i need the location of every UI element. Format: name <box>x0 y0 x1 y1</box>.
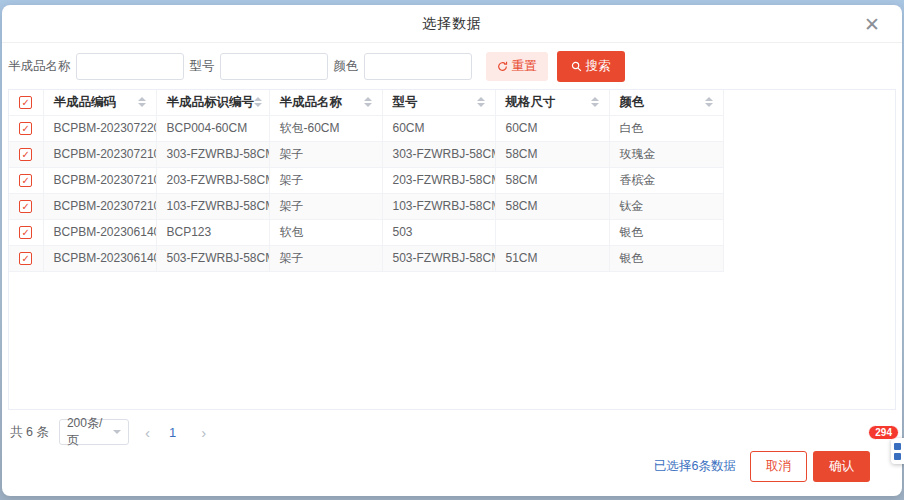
cancel-button[interactable]: 取消 <box>750 451 807 482</box>
search-icon <box>571 61 582 72</box>
filter-bar: 半成品名称 型号 颜色 重置 搜索 <box>2 43 902 89</box>
next-page-button[interactable]: › <box>191 424 216 441</box>
table-cell: 58CM <box>495 167 609 193</box>
select-data-dialog: 选择数据 ✕ 半成品名称 型号 颜色 重置 搜索 ✓半成品编码半成品标识编号半成… <box>2 5 902 496</box>
toolbar-icon <box>894 443 901 450</box>
data-table: ✓半成品编码半成品标识编号半成品名称型号规格尺寸颜色✓BCPBM-2023072… <box>9 90 724 272</box>
row-checkbox-cell: ✓ <box>9 167 43 193</box>
filter-group-color: 颜色 <box>334 53 472 80</box>
header-cell-label: 规格尺寸 <box>506 94 556 111</box>
model-filter-label: 型号 <box>190 58 215 75</box>
header-cell[interactable]: 半成品名称 <box>269 90 382 115</box>
select-all-checkbox[interactable]: ✓ <box>19 96 32 109</box>
selected-count-label: 已选择6条数据 <box>654 458 736 475</box>
table-cell: BCPBM-20230721002 <box>43 167 156 193</box>
table-row[interactable]: ✓BCPBM-20230614002BCP123软包503银色 <box>9 219 723 245</box>
table-row[interactable]: ✓BCPBM-20230614003503-FZWRBJ-58CM架子503-F… <box>9 245 723 271</box>
table-cell: BCP004-60CM <box>156 115 269 141</box>
page-size-select[interactable]: 200条/页 <box>59 419 129 445</box>
chevron-down-icon <box>113 430 121 434</box>
header-cell-label: 型号 <box>393 94 418 111</box>
header-cell[interactable]: 型号 <box>382 90 495 115</box>
table-cell: 银色 <box>609 219 723 245</box>
page-size-value: 200条/页 <box>67 415 113 449</box>
color-filter-input[interactable] <box>364 53 472 80</box>
sort-icon[interactable] <box>705 97 713 107</box>
table-row[interactable]: ✓BCPBM-20230721003303-FZWRBJ-58CM架子303-F… <box>9 141 723 167</box>
row-checkbox[interactable]: ✓ <box>19 200 32 213</box>
header-cell-label: 半成品名称 <box>280 94 343 111</box>
table-cell: 银色 <box>609 245 723 271</box>
table-cell: 203-FZWRBJ-58CM <box>156 167 269 193</box>
table-cell: 软包 <box>269 219 382 245</box>
sort-icon[interactable] <box>254 97 262 107</box>
table-cell: 303-FZWRBJ-58CM <box>156 141 269 167</box>
row-checkbox-cell: ✓ <box>9 115 43 141</box>
refresh-icon <box>497 61 508 72</box>
sort-icon[interactable] <box>364 97 372 107</box>
table-cell: 白色 <box>609 115 723 141</box>
table-cell: 架子 <box>269 245 382 271</box>
prev-page-button[interactable]: ‹ <box>135 424 160 441</box>
header-cell-label: 半成品编码 <box>54 94 117 111</box>
row-checkbox-cell: ✓ <box>9 193 43 219</box>
floating-toolbar[interactable] <box>891 438 904 464</box>
row-checkbox[interactable]: ✓ <box>19 122 32 135</box>
color-filter-label: 颜色 <box>334 58 359 75</box>
table-cell: BCPBM-20230722001 <box>43 115 156 141</box>
table-cell: 503 <box>382 219 495 245</box>
search-button-label: 搜索 <box>586 58 611 75</box>
search-button[interactable]: 搜索 <box>557 51 625 82</box>
table-cell: 503-FZWRBJ-58CM <box>156 245 269 271</box>
row-checkbox[interactable]: ✓ <box>19 252 32 265</box>
reset-button[interactable]: 重置 <box>486 52 548 81</box>
table-cell: 钛金 <box>609 193 723 219</box>
table-cell: 58CM <box>495 193 609 219</box>
table-cell: BCP123 <box>156 219 269 245</box>
table-cell: 60CM <box>495 115 609 141</box>
table-header-row: ✓半成品编码半成品标识编号半成品名称型号规格尺寸颜色 <box>9 90 723 115</box>
filter-group-name: 半成品名称 <box>8 53 184 80</box>
table-cell: 架子 <box>269 167 382 193</box>
table-row[interactable]: ✓BCPBM-20230721001103-FZWRBJ-58CM架子103-F… <box>9 193 723 219</box>
table-cell: 303-FZWRBJ-58CM <box>382 141 495 167</box>
header-cell-label: 颜色 <box>620 94 645 111</box>
table-row[interactable]: ✓BCPBM-20230722001BCP004-60CM软包-60CM60CM… <box>9 115 723 141</box>
row-checkbox-cell: ✓ <box>9 245 43 271</box>
name-filter-label: 半成品名称 <box>8 58 71 75</box>
table-row[interactable]: ✓BCPBM-20230721002203-FZWRBJ-58CM架子203-F… <box>9 167 723 193</box>
row-checkbox[interactable]: ✓ <box>19 226 32 239</box>
data-table-container: ✓半成品编码半成品标识编号半成品名称型号规格尺寸颜色✓BCPBM-2023072… <box>8 89 896 410</box>
table-cell: 60CM <box>382 115 495 141</box>
table-cell: 架子 <box>269 141 382 167</box>
sort-icon[interactable] <box>477 97 485 107</box>
table-cell: BCPBM-20230721003 <box>43 141 156 167</box>
table-cell: 玫瑰金 <box>609 141 723 167</box>
sort-icon[interactable] <box>591 97 599 107</box>
table-cell: BCPBM-20230614002 <box>43 219 156 245</box>
row-checkbox-cell: ✓ <box>9 141 43 167</box>
model-filter-input[interactable] <box>220 53 328 80</box>
pagination: 共 6 条 200条/页 ‹ 1 › <box>10 418 896 446</box>
table-cell: 51CM <box>495 245 609 271</box>
page-number-1[interactable]: 1 <box>160 425 185 440</box>
notification-badge: 294 <box>868 425 899 440</box>
toolbar-icon <box>894 453 901 460</box>
row-checkbox[interactable]: ✓ <box>19 174 32 187</box>
sort-icon[interactable] <box>138 97 146 107</box>
name-filter-input[interactable] <box>76 53 184 80</box>
table-cell: BCPBM-20230721001 <box>43 193 156 219</box>
header-cell[interactable]: 规格尺寸 <box>495 90 609 115</box>
table-cell: 软包-60CM <box>269 115 382 141</box>
dialog-header: 选择数据 ✕ <box>2 5 902 43</box>
close-icon[interactable]: ✕ <box>860 12 884 36</box>
table-cell: 58CM <box>495 141 609 167</box>
confirm-button[interactable]: 确认 <box>813 451 870 482</box>
header-cell[interactable]: 颜色 <box>609 90 723 115</box>
header-cell[interactable]: 半成品标识编号 <box>156 90 269 115</box>
dialog-title: 选择数据 <box>2 5 902 43</box>
total-count-label: 共 6 条 <box>10 424 49 441</box>
select-all-cell: ✓ <box>9 90 43 115</box>
header-cell[interactable]: 半成品编码 <box>43 90 156 115</box>
row-checkbox[interactable]: ✓ <box>19 148 32 161</box>
